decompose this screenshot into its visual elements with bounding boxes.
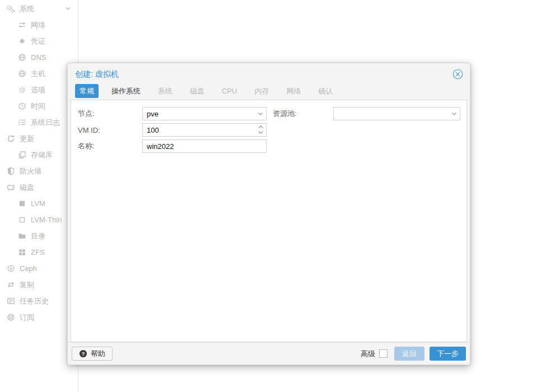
spinner-down-icon[interactable] bbox=[258, 130, 264, 136]
help-button[interactable]: ? 帮助 bbox=[72, 347, 113, 361]
tab-network: 网络 bbox=[282, 84, 305, 98]
name-label: 名称: bbox=[78, 141, 142, 151]
vmid-spinner[interactable] bbox=[142, 123, 267, 137]
form-right-column: 资源池: bbox=[273, 107, 460, 342]
create-vm-dialog: 创建: 虚拟机 常规操作系统系统磁盘CPU内存网络确认 节点: VM ID: bbox=[67, 63, 470, 365]
tab-cpu: CPU bbox=[217, 84, 241, 98]
dialog-footer: ? 帮助 高级 返回 下一步 bbox=[68, 342, 470, 365]
dialog-tabs: 常规操作系统系统磁盘CPU内存网络确认 bbox=[68, 83, 470, 100]
vmid-input[interactable] bbox=[142, 123, 267, 137]
tab-disks: 磁盘 bbox=[185, 84, 209, 98]
node-select[interactable] bbox=[142, 107, 267, 120]
chevron-down-icon[interactable] bbox=[451, 110, 458, 117]
node-label: 节点: bbox=[78, 109, 142, 119]
tab-confirm: 确认 bbox=[314, 84, 337, 98]
help-icon: ? bbox=[79, 349, 87, 358]
tab-general[interactable]: 常规 bbox=[75, 84, 99, 98]
app-root: 系统网络凭证DNS主机选项时间系统日志更新存储库防火墙磁盘LVMLVM-Thin… bbox=[0, 0, 560, 392]
pool-label: 资源池: bbox=[273, 109, 333, 119]
name-input[interactable] bbox=[142, 139, 267, 153]
close-icon[interactable] bbox=[452, 69, 463, 80]
node-input[interactable] bbox=[142, 107, 267, 120]
form-left-column: 节点: VM ID: bbox=[78, 107, 273, 342]
vmid-row: VM ID: bbox=[78, 123, 273, 137]
advanced-checkbox[interactable] bbox=[379, 349, 388, 358]
tab-os[interactable]: 操作系统 bbox=[107, 84, 145, 98]
tab-memory: 内存 bbox=[250, 84, 273, 98]
help-button-label: 帮助 bbox=[91, 349, 105, 359]
advanced-label: 高级 bbox=[361, 349, 375, 359]
pool-select[interactable] bbox=[333, 107, 460, 120]
node-row: 节点: bbox=[78, 107, 273, 120]
tab-system: 系统 bbox=[153, 84, 177, 98]
name-field[interactable] bbox=[142, 139, 267, 153]
chevron-down-icon[interactable] bbox=[257, 110, 264, 117]
next-button[interactable]: 下一步 bbox=[430, 347, 466, 361]
dialog-body: 节点: VM ID: bbox=[71, 100, 467, 342]
vmid-label: VM ID: bbox=[78, 126, 142, 134]
back-button[interactable]: 返回 bbox=[394, 347, 424, 361]
pool-input[interactable] bbox=[333, 107, 460, 120]
pool-row: 资源池: bbox=[273, 107, 460, 120]
spinner-control bbox=[258, 124, 264, 136]
name-row: 名称: bbox=[78, 139, 273, 153]
modal-overlay: 创建: 虚拟机 常规操作系统系统磁盘CPU内存网络确认 节点: VM ID: bbox=[0, 0, 560, 392]
dialog-title: 创建: 虚拟机 bbox=[75, 69, 452, 80]
spinner-up-icon[interactable] bbox=[258, 124, 264, 130]
svg-text:?: ? bbox=[82, 351, 85, 357]
dialog-header: 创建: 虚拟机 bbox=[68, 63, 470, 83]
